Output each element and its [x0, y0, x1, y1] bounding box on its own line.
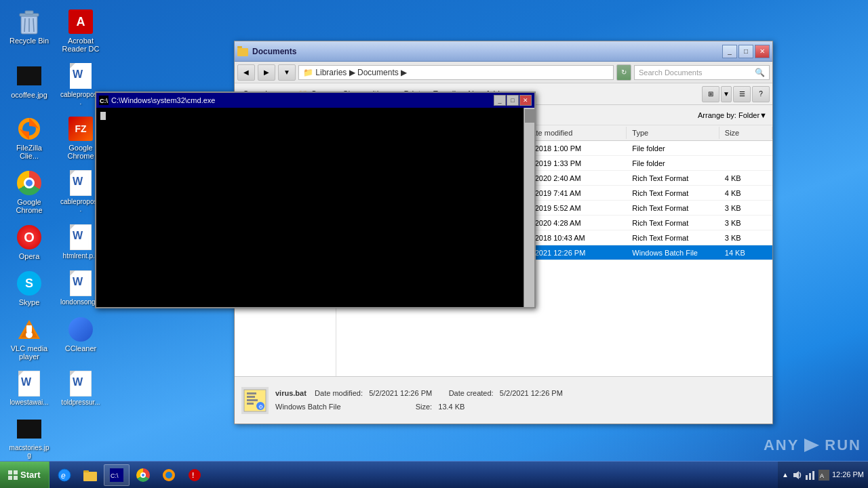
ccleaner-label: CCleaner — [65, 344, 96, 352]
cmd-restore-button[interactable]: □ — [507, 95, 519, 106]
taskbar-firefox-button[interactable] — [157, 464, 181, 486]
start-button[interactable]: Start — [0, 462, 50, 489]
vlc-icon — [16, 316, 43, 343]
svg-rect-2 — [25, 11, 33, 14]
svg-rect-51 — [8, 476, 12, 480]
desktop-icon-acrobat[interactable]: A Acrobat Reader DC — [57, 5, 104, 56]
minimize-button[interactable]: _ — [722, 45, 737, 58]
folder-title-icon — [237, 46, 248, 57]
cmd-title-text: C:\Windows\system32\cmd.exe — [111, 96, 215, 104]
desktop-icon-recycle-bin[interactable]: Recycle Bin — [5, 5, 53, 56]
view-toggle-button[interactable]: ▼ — [721, 86, 732, 102]
file-date: /2/2019 5:52 AM — [521, 203, 627, 214]
start-label: Start — [20, 470, 41, 480]
svg-text:C:\: C:\ — [111, 472, 119, 479]
svg-marker-48 — [804, 439, 819, 452]
desktop-icon-lowestawai[interactable]: W lowestawai... — [5, 367, 53, 409]
svg-point-23 — [26, 331, 33, 338]
anyrun-text: ANY — [764, 436, 799, 454]
file-type: Rich Text Format — [627, 218, 719, 228]
status-date-modified-value: 5/2/2021 12:26 PM — [369, 389, 432, 397]
file-type: File folder — [627, 143, 719, 154]
close-button[interactable]: ✕ — [755, 45, 770, 58]
status-filetype-text: Windows Batch File — [275, 403, 341, 411]
cmd-scrollbar[interactable] — [524, 108, 534, 307]
svg-rect-64 — [806, 475, 808, 480]
clock-time: 12:26 PM — [832, 470, 864, 480]
cmd-controls: _ □ ✕ — [494, 95, 532, 106]
desktop-icon-macstories[interactable]: macstories.jpg — [5, 413, 53, 462]
svg-rect-40 — [247, 392, 256, 394]
svg-rect-24 — [26, 325, 32, 332]
forward-button[interactable]: ▶ — [258, 64, 275, 81]
desktop-icon-firefox[interactable]: FileZilla Clie... — [5, 113, 53, 163]
explorer-title: Documents — [252, 47, 296, 56]
svg-rect-31 — [237, 48, 248, 56]
system-clock[interactable]: 12:26 PM — [832, 470, 864, 480]
address-path[interactable]: 📁 Libraries ▶ Documents ▶ — [298, 65, 614, 80]
back-button[interactable]: ◀ — [237, 64, 255, 81]
search-placeholder: Search Documents — [639, 68, 703, 77]
status-date-created-label: Date created: — [449, 389, 494, 397]
speaker-tray-icon[interactable] — [791, 470, 802, 481]
svg-rect-52 — [14, 476, 18, 480]
status-size-value: 13.4 KB — [438, 403, 465, 411]
svg-text:A: A — [820, 472, 824, 479]
taskbar-folder-button[interactable] — [78, 464, 102, 486]
maximize-button[interactable]: □ — [738, 45, 753, 58]
refresh-button[interactable]: ↻ — [616, 64, 631, 81]
svg-text:W: W — [73, 230, 83, 241]
details-pane-button[interactable]: ☰ — [733, 86, 751, 102]
svg-rect-41 — [247, 396, 255, 398]
desktop-icon-skype[interactable]: S Skype — [5, 267, 53, 309]
help-button[interactable]: ? — [752, 86, 770, 102]
taskbar-cmd-button[interactable]: C:\ — [104, 464, 130, 486]
ocoffee-icon — [16, 62, 43, 89]
desktop-icon-ccleaner[interactable]: CCleaner — [57, 313, 104, 363]
col-header-type[interactable]: Type — [627, 127, 719, 139]
tray-arrow[interactable]: ▲ — [782, 471, 789, 479]
view-button[interactable]: ⊞ — [702, 86, 719, 102]
taskbar-antivirus-button[interactable]: ! — [182, 464, 207, 486]
status-details: virus.bat Date modified: 5/2/2021 12:26 … — [275, 387, 563, 414]
arrange-dropdown-icon[interactable]: ▼ — [760, 111, 767, 119]
file-date: /2/2020 2:40 AM — [521, 173, 627, 184]
desktop-icons-area: Recycle Bin A Acrobat Reader DC ocoffee.… — [0, 0, 110, 467]
desktop-icon-ocoffee[interactable]: ocoffee.jpg — [5, 60, 53, 108]
desktop-icon-chrome[interactable]: Google Chrome — [5, 167, 53, 217]
file-date: /8/2019 1:33 PM — [521, 158, 627, 169]
file-date: /2/2018 10:43 AM — [521, 232, 627, 243]
status-file-icon: ⚙ — [241, 387, 269, 414]
status-date-modified-label: Date modified: — [315, 389, 363, 397]
filezilla-icon: FZ — [67, 115, 94, 142]
taskbar-chrome-button[interactable] — [131, 464, 155, 486]
col-header-date[interactable]: Date modified — [521, 127, 627, 139]
taskbar: Start e C:\ — [0, 461, 868, 488]
desktop-icon-vlc[interactable]: VLC media player — [5, 313, 53, 363]
acrobat-icon: A — [67, 8, 94, 35]
recent-locations-button[interactable]: ▼ — [278, 64, 296, 81]
network-tray-icon[interactable] — [805, 470, 816, 481]
search-box[interactable]: Search Documents 🔍 — [634, 65, 770, 80]
recycle-bin-icon — [16, 8, 43, 35]
file-date: /7/2018 1:00 PM — [521, 143, 627, 154]
desktop-icon-opera[interactable]: O Opera — [5, 221, 53, 263]
file-date: /2/2020 4:28 AM — [521, 218, 627, 228]
svg-point-60 — [165, 472, 172, 479]
desktop-icon-toldpressur[interactable]: W toldpressur... — [57, 367, 104, 409]
explorer-titlebar[interactable]: Documents _ □ ✕ — [235, 41, 772, 62]
status-bar: ⚙ virus.bat Date modified: 5/2/2021 12:2… — [235, 376, 772, 424]
file-size: 14 KB — [719, 247, 772, 258]
col-header-size[interactable]: Size — [719, 127, 772, 139]
svg-text:!: ! — [192, 472, 194, 479]
word2-icon: W — [67, 169, 94, 197]
status-filetype: Windows Batch File Size: 13.4 KB — [275, 401, 563, 414]
cmd-minimize-button[interactable]: _ — [494, 95, 506, 106]
search-icon[interactable]: 🔍 — [755, 68, 765, 77]
ime-tray-icon[interactable]: A — [818, 470, 829, 481]
firefox-label: FileZilla Clie... — [8, 144, 50, 160]
cmd-titlebar[interactable]: C:\ C:\Windows\system32\cmd.exe _ □ ✕ — [96, 93, 534, 108]
anyrun-run-text: RUN — [825, 436, 861, 454]
cmd-close-button[interactable]: ✕ — [519, 95, 532, 106]
taskbar-ie-button[interactable]: e — [52, 464, 77, 486]
